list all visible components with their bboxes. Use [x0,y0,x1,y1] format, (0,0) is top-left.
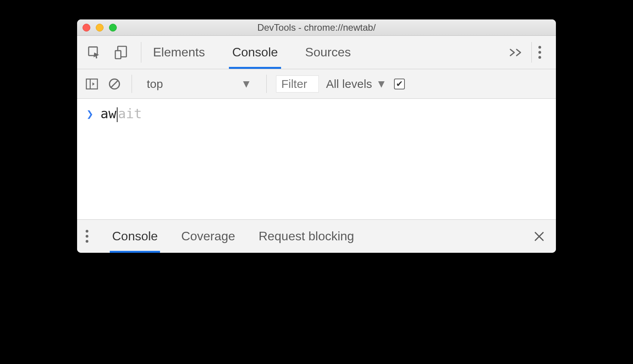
close-drawer-icon[interactable] [531,220,547,253]
drawer-tabs-list: Console Coverage Request blocking [112,220,531,253]
close-window-button[interactable] [83,24,90,32]
tab-elements[interactable]: Elements [153,36,205,69]
titlebar: DevTools - chrome://newtab/ [77,19,556,36]
context-selector-value: top [147,77,163,91]
divider [132,75,132,93]
chevron-down-icon: ▼ [241,78,252,90]
tab-sources[interactable]: Sources [305,36,351,69]
autocomplete-suggestion: ait [118,106,142,121]
filter-input[interactable] [276,75,319,93]
drawer-menu-icon[interactable] [86,220,103,253]
log-levels-selector[interactable]: All levels ▼ [326,77,387,91]
console-input[interactable]: await [100,106,142,122]
minimize-window-button[interactable] [96,24,104,32]
window-title: DevTools - chrome://newtab/ [77,22,556,33]
group-similar-checkbox[interactable]: ✔ [394,79,405,89]
console-body[interactable]: ❯ await [77,99,556,219]
svg-rect-2 [115,51,121,59]
context-selector[interactable]: top ▼ [141,77,257,91]
main-tabs-bar: Elements Console Sources [77,36,556,69]
inspect-element-icon[interactable] [86,44,103,61]
svg-line-6 [111,80,118,87]
drawer-tab-coverage[interactable]: Coverage [181,220,235,253]
drawer-tab-request-blocking[interactable]: Request blocking [258,220,354,253]
drawer: Console Coverage Request blocking [77,219,556,253]
divider [266,75,267,93]
tab-console[interactable]: Console [232,36,278,69]
chevron-down-icon: ▼ [376,78,387,90]
zoom-window-button[interactable] [109,24,117,32]
device-toolbar-icon[interactable] [113,44,130,61]
console-sidebar-toggle-icon[interactable] [84,76,100,92]
log-levels-label: All levels [326,77,372,91]
left-icon-group [86,36,141,69]
clear-console-icon[interactable] [107,76,122,92]
more-tabs-icon[interactable] [501,36,531,69]
settings-menu-icon[interactable] [532,36,547,69]
traffic-lights [83,24,117,32]
typed-text: aw [100,106,116,121]
devtools-window: DevTools - chrome://newtab/ Elements Con… [77,19,556,253]
drawer-tab-console[interactable]: Console [112,220,158,253]
prompt-chevron-icon: ❯ [86,107,93,121]
main-tabs-list: Elements Console Sources [153,36,501,69]
console-toolbar: top ▼ All levels ▼ ✔ [77,69,556,99]
svg-rect-3 [86,79,97,89]
divider [141,42,141,63]
text-cursor [117,107,118,122]
console-prompt-line[interactable]: ❯ await [86,106,547,122]
